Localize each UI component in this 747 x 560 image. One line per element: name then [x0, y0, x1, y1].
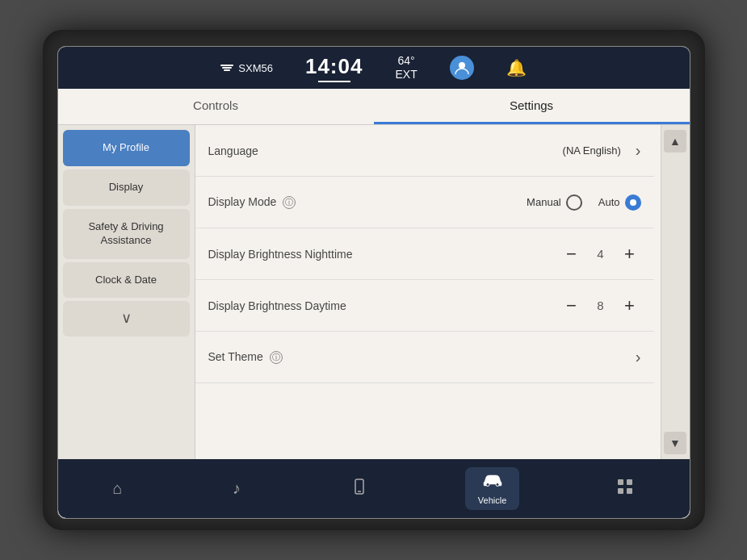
display-mode-manual-option[interactable]: Manual — [527, 194, 582, 211]
scroll-up-button[interactable]: ▲ — [664, 130, 686, 153]
display-mode-auto-label: Auto — [598, 196, 620, 208]
language-setting-row: Language (NA English) › — [195, 125, 654, 177]
notification-bell-icon[interactable]: 🔔 — [506, 58, 527, 77]
scroll-down-button[interactable]: ▼ — [664, 432, 686, 454]
main-area: My Profile Display Safety & Driving Assi… — [58, 125, 690, 459]
clock-time: 14:04 — [305, 54, 363, 79]
nav-item-vehicle[interactable]: Vehicle — [465, 467, 519, 510]
settings-list: Language (NA English) › Display Mode ⓘ M… — [195, 125, 690, 383]
tab-settings[interactable]: Settings — [374, 89, 690, 124]
sidebar-item-my-profile[interactable]: My Profile — [63, 130, 190, 166]
display-mode-label: Display Mode ⓘ — [208, 195, 519, 209]
brightness-night-stepper: − 4 + — [560, 243, 641, 265]
brightness-night-label: Display Brightness Nighttime — [208, 248, 552, 261]
time-display: 14:04 — [305, 54, 363, 82]
svg-point-4 — [496, 483, 499, 487]
time-underline-bar — [318, 81, 350, 82]
brightness-night-setting-row: Display Brightness Nighttime − 4 + — [195, 228, 654, 280]
svg-rect-6 — [627, 479, 632, 485]
brightness-day-value: 8 — [594, 299, 607, 312]
svg-rect-5 — [618, 479, 623, 485]
phone-icon — [350, 478, 368, 499]
nav-item-apps[interactable] — [603, 473, 647, 504]
svg-point-0 — [459, 62, 465, 69]
sidebar: My Profile Display Safety & Driving Assi… — [58, 125, 195, 459]
language-chevron-icon[interactable]: › — [636, 141, 641, 160]
temperature-display: 64° EXT — [395, 54, 417, 81]
brightness-night-value: 4 — [594, 247, 607, 261]
vehicle-icon — [481, 472, 504, 492]
screen: SXM56 14:04 64° EXT 🔔 Controls Settings — [57, 46, 690, 519]
scroll-arrows: ▲ ▼ — [661, 125, 690, 459]
set-theme-chevron-icon[interactable]: › — [636, 348, 641, 366]
brightness-day-setting-row: Display Brightness Daytime − 8 + — [195, 280, 654, 332]
sidebar-item-safety[interactable]: Safety & Driving Assistance — [63, 209, 190, 259]
display-mode-setting-row: Display Mode ⓘ Manual Auto — [195, 177, 654, 228]
sidebar-item-display[interactable]: Display — [63, 169, 190, 206]
radio-info: SXM56 — [220, 62, 273, 74]
display-mode-manual-label: Manual — [527, 196, 561, 208]
tab-bar: Controls Settings — [58, 89, 690, 125]
nav-item-home[interactable]: ⌂ — [100, 474, 136, 503]
sidebar-scroll-down-button[interactable]: ∨ — [63, 301, 190, 336]
vehicle-nav-label: Vehicle — [478, 495, 506, 505]
set-theme-label: Set Theme ⓘ — [208, 350, 621, 364]
temperature-value: 64° — [397, 54, 414, 67]
svg-point-3 — [486, 483, 489, 487]
language-value: (NA English) — [563, 144, 621, 157]
tab-controls[interactable]: Controls — [58, 89, 374, 124]
temperature-unit: EXT — [395, 68, 417, 81]
brightness-night-decrease-button[interactable]: − — [560, 243, 583, 265]
user-avatar-icon[interactable] — [450, 56, 474, 80]
svg-rect-8 — [627, 488, 632, 494]
brightness-day-increase-button[interactable]: + — [619, 295, 641, 317]
brightness-day-decrease-button[interactable]: − — [560, 295, 583, 317]
display-mode-auto-option[interactable]: Auto — [598, 194, 641, 211]
nav-item-phone[interactable] — [338, 473, 381, 504]
brightness-night-increase-button[interactable]: + — [619, 243, 641, 265]
radio-label: SXM56 — [238, 62, 273, 74]
language-label: Language — [208, 144, 555, 157]
radio-waves-icon — [220, 65, 233, 71]
svg-rect-7 — [618, 488, 623, 494]
set-theme-setting-row: Set Theme ⓘ › — [195, 332, 654, 383]
display-mode-auto-radio[interactable] — [625, 194, 641, 211]
nav-item-music[interactable]: ♪ — [220, 474, 254, 503]
settings-content-area: Language (NA English) › Display Mode ⓘ M… — [195, 125, 690, 459]
status-bar: SXM56 14:04 64° EXT 🔔 — [58, 47, 690, 89]
apps-icon — [616, 478, 634, 499]
brightness-day-label: Display Brightness Daytime — [208, 299, 552, 312]
music-icon: ♪ — [233, 479, 241, 498]
display-mode-manual-radio[interactable] — [566, 194, 582, 211]
brightness-day-stepper: − 8 + — [560, 295, 641, 317]
bottom-nav: ⌂ ♪ — [58, 459, 690, 518]
home-icon: ⌂ — [113, 479, 123, 498]
set-theme-info-icon[interactable]: ⓘ — [270, 351, 283, 364]
sidebar-item-clock-date[interactable]: Clock & Date — [63, 262, 190, 299]
device-frame: SXM56 14:04 64° EXT 🔔 Controls Settings — [43, 30, 705, 530]
display-mode-radio-group: Manual Auto — [527, 194, 640, 211]
display-mode-info-icon[interactable]: ⓘ — [283, 196, 296, 209]
